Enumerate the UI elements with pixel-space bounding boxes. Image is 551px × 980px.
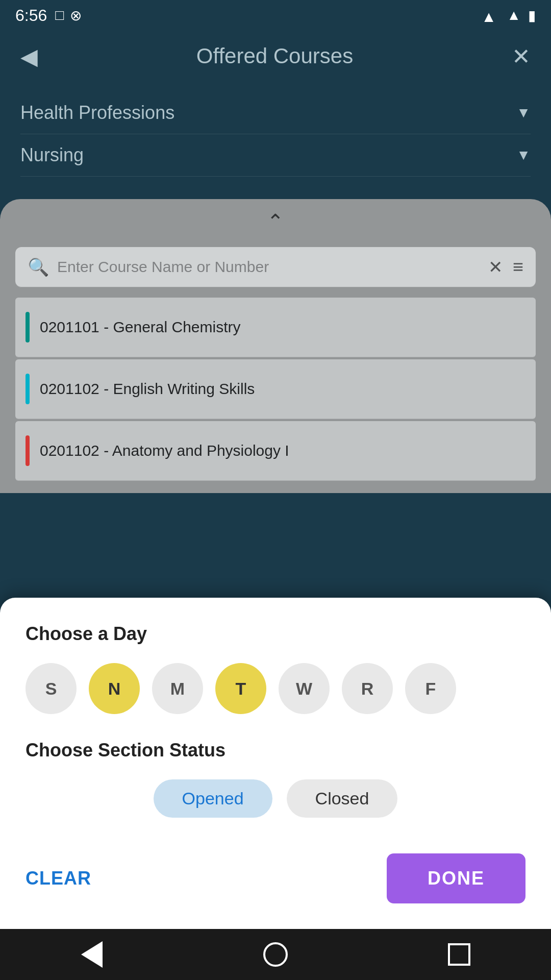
day-button-r[interactable]: R <box>342 663 393 714</box>
page-title: Offered Courses <box>38 44 512 68</box>
dropdown-section: Health Professions ▼ Nursing ▼ <box>0 82 551 187</box>
nav-home-button[interactable] <box>255 934 296 975</box>
course-indicator <box>26 374 30 404</box>
status-icons-right <box>481 7 536 24</box>
block-icon <box>70 7 82 24</box>
nav-back-icon <box>81 941 103 968</box>
sheet-handle[interactable]: ⌃ <box>0 199 551 237</box>
battery-icon <box>528 7 536 24</box>
done-button[interactable]: DONE <box>387 853 525 903</box>
day-button-f[interactable]: F <box>405 663 456 714</box>
course-indicator <box>26 312 30 342</box>
course-list: 0201101 - General Chemistry 0201102 - En… <box>0 298 551 481</box>
course-item[interactable]: 0201101 - General Chemistry <box>15 298 536 357</box>
search-input[interactable]: Enter Course Name or Number <box>57 258 488 276</box>
nav-back-button[interactable] <box>71 934 112 975</box>
sheet-panel: ⌃ 🔍 Enter Course Name or Number ✕ ≡ 0201… <box>0 199 551 493</box>
course-item[interactable]: 0201102 - English Writing Skills <box>15 359 536 419</box>
chevron-up-icon: ⌃ <box>267 211 284 232</box>
chevron-down-icon-health: ▼ <box>516 105 531 121</box>
day-button-s[interactable]: S <box>26 663 77 714</box>
course-name: 0201101 - General Chemistry <box>40 318 241 336</box>
search-clear-icon[interactable]: ✕ <box>488 257 503 277</box>
clear-button[interactable]: CLEAR <box>26 868 91 889</box>
status-opened-button[interactable]: Opened <box>154 779 272 818</box>
day-selector: S N M T W R F <box>26 663 525 714</box>
back-button[interactable] <box>20 43 38 69</box>
close-button[interactable] <box>512 43 531 69</box>
status-time: 6:56 <box>15 6 47 25</box>
status-selector: Opened Closed <box>26 779 525 818</box>
dropdown-label-health: Health Professions <box>20 102 174 124</box>
status-closed-button[interactable]: Closed <box>287 779 398 818</box>
dropdown-nursing[interactable]: Nursing ▼ <box>20 134 531 177</box>
search-icon: 🔍 <box>28 257 49 277</box>
day-button-t[interactable]: T <box>215 663 266 714</box>
status-bar-left: 6:56 <box>15 6 82 25</box>
dropdown-health-professions[interactable]: Health Professions ▼ <box>20 92 531 134</box>
day-button-w[interactable]: W <box>279 663 330 714</box>
status-icons-left <box>55 7 82 24</box>
filter-panel: Choose a Day S N M T W R F Choose Sectio… <box>0 598 551 929</box>
day-section-title: Choose a Day <box>26 623 525 645</box>
dropdown-label-nursing: Nursing <box>20 144 84 166</box>
nav-recents-icon <box>448 943 470 966</box>
filter-actions: CLEAR DONE <box>26 848 525 903</box>
search-filter-icon[interactable]: ≡ <box>513 256 523 278</box>
status-bar: 6:56 <box>0 0 551 31</box>
search-actions: ✕ ≡ <box>488 256 523 278</box>
status-section-title: Choose Section Status <box>26 740 525 761</box>
nav-home-icon <box>263 942 288 967</box>
search-bar[interactable]: 🔍 Enter Course Name or Number ✕ ≡ <box>15 247 536 287</box>
app-header: Offered Courses <box>0 31 551 82</box>
course-name: 0201102 - English Writing Skills <box>40 380 255 398</box>
wifi-icon <box>481 8 499 22</box>
nav-bar <box>0 929 551 980</box>
day-button-n[interactable]: N <box>89 663 140 714</box>
course-indicator <box>26 435 30 466</box>
course-item[interactable]: 0201102 - Anatomy and Physiology I <box>15 421 536 481</box>
nav-recents-button[interactable] <box>439 934 480 975</box>
sim-icon <box>55 7 64 23</box>
course-name: 0201102 - Anatomy and Physiology I <box>40 442 289 459</box>
day-button-m[interactable]: M <box>152 663 203 714</box>
chevron-down-icon-nursing: ▼ <box>516 147 531 163</box>
signal-icon <box>507 7 521 23</box>
